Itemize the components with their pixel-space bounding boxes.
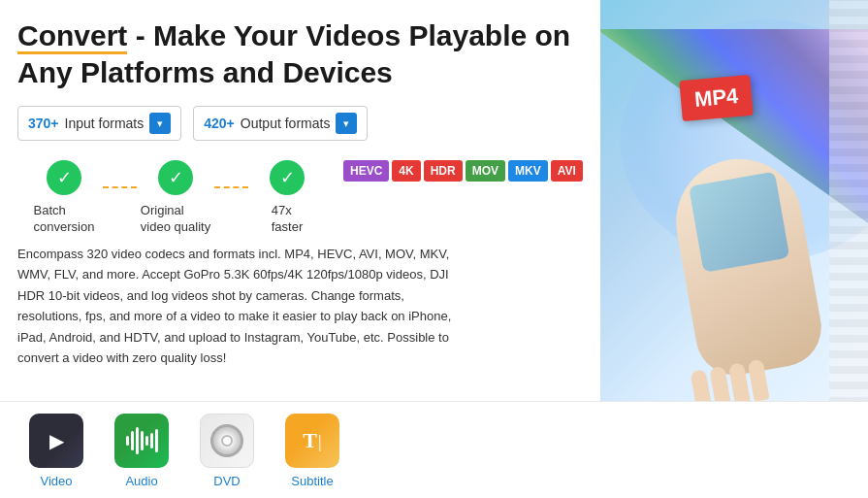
feature-quality: ✓ Original video quality [137,160,214,236]
dvd-label: DVD [213,474,240,488]
input-dropdown-arrow[interactable]: ▾ [149,113,171,134]
icon-item-video[interactable]: Video [17,414,95,488]
dvd-disc [210,424,243,457]
audio-label: Audio [125,474,157,488]
dvd-icon-box [200,414,254,468]
output-dropdown-arrow[interactable]: ▾ [336,113,357,134]
tag-hdr: HDR [424,160,463,182]
feature-check-icon-2: ✓ [158,160,193,195]
format-tags: HEVC 4K HDR MOV MKV AVI [343,160,583,182]
feature-check-icon-1: ✓ [47,160,81,195]
mp4-badge: MP4 [679,75,754,121]
tag-4k: 4K [392,160,420,182]
main-container: Convert - Make Your Videos Playable on A… [0,0,868,498]
video-label: Video [40,474,72,488]
connector-1 [103,186,137,188]
audio-icon-box [114,414,169,468]
output-label: Output formats [241,116,331,131]
hand-phone-graphic [684,158,810,411]
tag-mov: MOV [466,160,505,182]
icon-item-subtitle[interactable]: T Subtitle [273,414,351,488]
output-formats-button[interactable]: 420+ Output formats ▾ [193,106,368,141]
keyboard-graphic [829,0,868,420]
input-formats-button[interactable]: 370+ Input formats ▾ [17,106,181,141]
tag-hevc: HEVC [343,160,389,182]
icon-item-dvd[interactable]: DVD [188,414,266,488]
tag-mkv: MKV [508,160,548,182]
icon-item-audio[interactable]: Audio [103,414,180,488]
page-title: Convert - Make Your Videos Playable on A… [17,17,583,90]
features-section: ✓ Batch conversion ✓ Original video qual… [17,160,583,236]
feature-label-3: 47x faster [272,203,304,236]
feature-check-icon-3: ✓ [270,160,305,195]
tag-avi: AVI [551,160,583,182]
connector-2 [214,186,248,188]
subtitle-label: Subtitle [291,474,333,488]
bottom-icons-row: Video Audio DVD [0,401,868,498]
subtitle-t-icon: T [303,428,322,453]
feature-label-2: Original video quality [141,203,210,236]
description-text: Encompass 320 video codecs and formats i… [17,244,464,369]
feature-label-1: Batch conversion [34,203,95,236]
video-icon-box [29,414,83,468]
feature-batch: ✓ Batch conversion [25,160,103,236]
audio-waves [126,427,158,454]
format-buttons-row: 370+ Input formats ▾ 420+ Output formats… [17,106,583,141]
feature-speed: ✓ 47x faster [248,160,326,236]
input-label: Input formats [65,116,145,131]
subtitle-icon-box: T [285,414,339,468]
input-count: 370+ [28,116,59,131]
output-count: 420+ [204,116,235,131]
title-highlight: Convert [17,19,127,54]
